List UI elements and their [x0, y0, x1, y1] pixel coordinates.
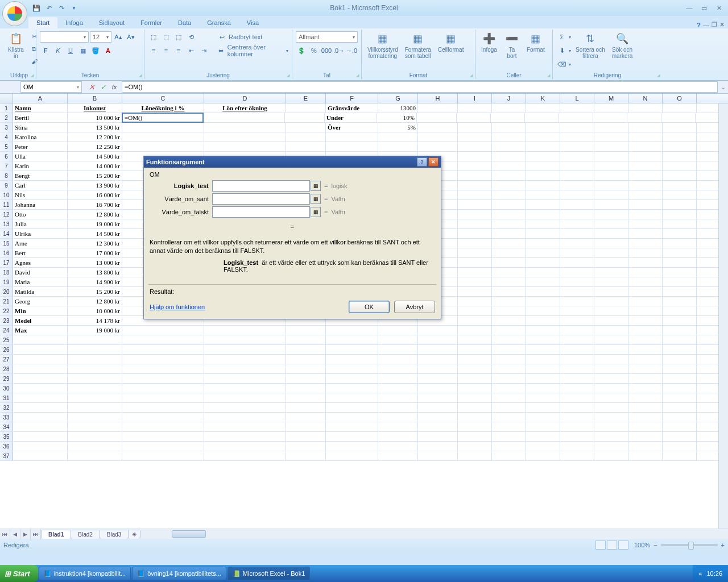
cell[interactable] [458, 326, 492, 335]
cell[interactable] [492, 326, 526, 335]
row-header[interactable]: 29 [0, 374, 13, 383]
cell[interactable] [663, 393, 697, 402]
align-bot-icon[interactable]: ⬚ [173, 31, 184, 43]
cell[interactable] [326, 422, 378, 431]
cell[interactable] [68, 355, 122, 364]
cell[interactable] [492, 277, 526, 286]
row-header[interactable]: 35 [0, 432, 13, 441]
cell[interactable] [286, 432, 326, 441]
cell[interactable] [122, 413, 204, 422]
cell[interactable] [458, 345, 492, 354]
cell[interactable] [326, 432, 378, 441]
cell[interactable] [13, 422, 68, 431]
cell[interactable] [594, 374, 628, 383]
close-button[interactable]: ✕ [712, 3, 726, 13]
cell[interactable] [492, 248, 526, 257]
cell[interactable] [594, 451, 628, 460]
cell[interactable] [628, 239, 663, 248]
cell[interactable] [628, 306, 663, 315]
cell[interactable] [628, 277, 663, 286]
cell[interactable] [122, 451, 204, 460]
cell[interactable]: 10 000 kr [68, 113, 122, 122]
col-header-J[interactable]: J [492, 94, 526, 103]
sheet-nav-first[interactable]: ⏮ [0, 529, 10, 539]
zoom-out-button[interactable]: − [653, 542, 657, 548]
cell[interactable] [418, 335, 458, 344]
cell[interactable] [458, 103, 492, 113]
cell[interactable] [492, 200, 526, 209]
cell[interactable] [204, 345, 286, 354]
cell[interactable] [594, 287, 628, 296]
underline-button[interactable]: U [65, 45, 76, 56]
cell[interactable] [526, 335, 560, 344]
row-header[interactable]: 13 [0, 219, 13, 228]
arg-input-0[interactable] [212, 180, 310, 192]
cell[interactable] [68, 413, 122, 422]
horizontal-scrollbar[interactable] [163, 529, 728, 539]
cell[interactable] [326, 355, 378, 364]
cell[interactable] [526, 123, 560, 132]
col-header-F[interactable]: F [326, 94, 378, 103]
cell[interactable] [663, 248, 697, 257]
cell[interactable] [13, 364, 68, 373]
cell[interactable] [418, 393, 458, 402]
cell[interactable] [122, 142, 204, 151]
dialog-help-link[interactable]: Hjälp om funktionen [150, 304, 205, 310]
col-header-L[interactable]: L [560, 94, 594, 103]
cell[interactable] [286, 123, 326, 132]
dialog-close-button[interactable]: ✕ [428, 157, 439, 167]
cell[interactable] [594, 364, 628, 373]
expand-formula-icon[interactable]: ⌄ [718, 84, 728, 91]
cell[interactable] [560, 142, 594, 151]
sheet-tab-new[interactable]: ✳ [128, 530, 140, 539]
cell[interactable]: David [13, 268, 68, 277]
cell[interactable]: 13 500 kr [68, 123, 122, 132]
view-normal-button[interactable] [595, 541, 606, 550]
align-center-icon[interactable]: ≡ [160, 45, 172, 56]
cell[interactable] [458, 219, 492, 228]
cell[interactable] [663, 103, 697, 113]
cell[interactable] [663, 229, 697, 238]
cell[interactable] [560, 335, 594, 344]
cell[interactable] [458, 451, 492, 460]
cell[interactable] [122, 422, 204, 431]
cell[interactable] [663, 345, 697, 354]
cell[interactable] [663, 442, 697, 451]
cell[interactable] [378, 374, 418, 383]
cell[interactable] [526, 190, 560, 199]
row-header[interactable]: 7 [0, 161, 13, 171]
cell[interactable] [628, 161, 663, 171]
cell[interactable] [204, 422, 286, 431]
qat-dropdown-icon[interactable]: ▼ [69, 3, 78, 13]
cell[interactable] [378, 132, 418, 142]
row-header[interactable]: 10 [0, 190, 13, 199]
cell[interactable] [492, 355, 526, 364]
insert-cells-button[interactable]: ➕Infoga [479, 31, 499, 54]
cell[interactable]: 19 000 kr [68, 219, 122, 228]
cell[interactable] [663, 277, 697, 286]
cell[interactable] [526, 171, 560, 180]
cell[interactable] [13, 335, 68, 344]
cell[interactable] [418, 374, 458, 383]
cell[interactable] [628, 142, 663, 151]
cell[interactable] [560, 374, 594, 383]
cell[interactable]: Nils [13, 190, 68, 199]
row-header[interactable]: 15 [0, 239, 13, 248]
cell[interactable] [526, 316, 560, 325]
row-header[interactable]: 5 [0, 142, 13, 151]
cell[interactable]: Ulrika [13, 229, 68, 238]
cell[interactable] [526, 442, 560, 451]
cell[interactable] [326, 403, 378, 412]
cell[interactable]: Otto [13, 210, 68, 219]
cell[interactable] [628, 374, 663, 383]
cell[interactable] [122, 345, 204, 354]
cell[interactable] [492, 374, 526, 383]
cell[interactable] [663, 210, 697, 219]
cell[interactable] [594, 171, 628, 180]
cell[interactable] [628, 355, 663, 364]
cell[interactable] [122, 355, 204, 364]
cell[interactable] [628, 268, 663, 277]
col-header-M[interactable]: M [594, 94, 628, 103]
cell[interactable] [122, 326, 204, 335]
cell[interactable] [594, 384, 628, 393]
